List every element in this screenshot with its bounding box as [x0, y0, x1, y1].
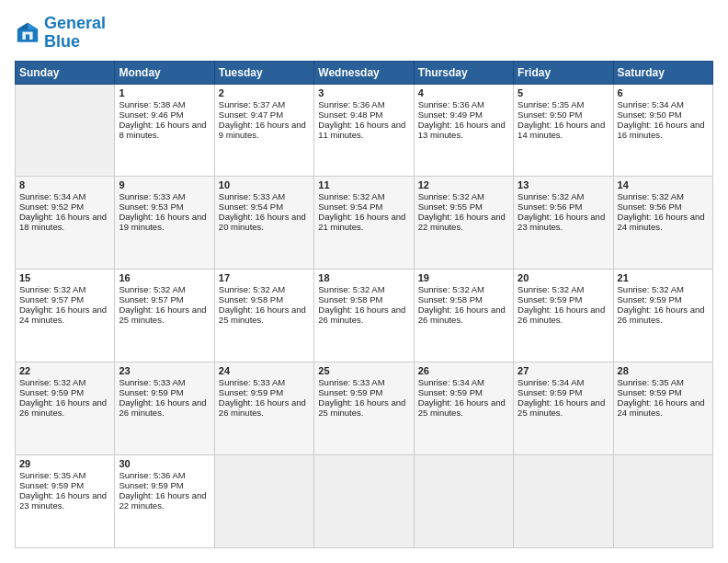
- calendar-cell-30: 30Sunrise: 5:36 AMSunset: 9:59 PMDayligh…: [115, 455, 214, 548]
- day-number: 3: [318, 87, 409, 98]
- svg-marker-1: [28, 23, 38, 29]
- day-number: 29: [19, 458, 110, 469]
- calendar-cell-20: 20Sunrise: 5:32 AMSunset: 9:59 PMDayligh…: [514, 270, 613, 362]
- day-header-friday: Friday: [514, 61, 613, 84]
- day-number: 18: [318, 272, 409, 283]
- day-number: 8: [19, 179, 110, 190]
- day-number: 16: [119, 272, 210, 283]
- day-number: 28: [618, 365, 709, 376]
- calendar-cell-14: 14Sunrise: 5:32 AMSunset: 9:56 PMDayligh…: [613, 177, 712, 270]
- calendar-week-3: 15Sunrise: 5:32 AMSunset: 9:57 PMDayligh…: [16, 270, 713, 362]
- day-header-sunday: Sunday: [16, 61, 115, 84]
- header: General Blue: [15, 15, 713, 52]
- empty-cell: [314, 455, 414, 548]
- day-number: 6: [618, 87, 709, 98]
- calendar-cell-28: 28Sunrise: 5:35 AMSunset: 9:59 PMDayligh…: [613, 362, 712, 455]
- calendar-cell-25: 25Sunrise: 5:33 AMSunset: 9:59 PMDayligh…: [314, 362, 414, 455]
- day-number: 22: [19, 365, 110, 376]
- calendar-cell-12: 12Sunrise: 5:32 AMSunset: 9:55 PMDayligh…: [414, 177, 513, 270]
- page: General Blue SundayMondayTuesdayWednesda…: [0, 0, 728, 563]
- day-number: 17: [219, 272, 310, 283]
- calendar-cell-5: 5Sunrise: 5:35 AMSunset: 9:50 PMDaylight…: [514, 84, 613, 177]
- calendar-cell-10: 10Sunrise: 5:33 AMSunset: 9:54 PMDayligh…: [214, 177, 313, 270]
- calendar-week-2: 8Sunrise: 5:34 AMSunset: 9:52 PMDaylight…: [16, 177, 713, 270]
- svg-marker-2: [17, 23, 28, 29]
- svg-rect-4: [26, 34, 29, 40]
- day-number: 21: [618, 272, 709, 283]
- calendar-week-4: 22Sunrise: 5:32 AMSunset: 9:59 PMDayligh…: [16, 362, 713, 455]
- day-number: 26: [418, 365, 509, 376]
- empty-cell: [16, 84, 115, 177]
- calendar-cell-16: 16Sunrise: 5:32 AMSunset: 9:57 PMDayligh…: [115, 270, 214, 362]
- calendar-week-1: 1Sunrise: 5:38 AMSunset: 9:46 PMDaylight…: [16, 84, 713, 177]
- day-number: 19: [418, 272, 509, 283]
- day-header-monday: Monday: [115, 61, 214, 84]
- day-number: 15: [19, 272, 110, 283]
- day-number: 30: [119, 458, 210, 469]
- calendar-cell-17: 17Sunrise: 5:32 AMSunset: 9:58 PMDayligh…: [214, 270, 313, 362]
- calendar-cell-6: 6Sunrise: 5:34 AMSunset: 9:50 PMDaylight…: [613, 84, 712, 177]
- calendar-cell-23: 23Sunrise: 5:33 AMSunset: 9:59 PMDayligh…: [115, 362, 214, 455]
- empty-cell: [514, 455, 613, 548]
- day-number: 23: [119, 365, 210, 376]
- day-number: 12: [418, 179, 509, 190]
- calendar-cell-15: 15Sunrise: 5:32 AMSunset: 9:57 PMDayligh…: [16, 270, 115, 362]
- calendar-cell-1: 1Sunrise: 5:38 AMSunset: 9:46 PMDaylight…: [115, 84, 214, 177]
- calendar-cell-26: 26Sunrise: 5:34 AMSunset: 9:59 PMDayligh…: [414, 362, 513, 455]
- calendar: SundayMondayTuesdayWednesdayThursdayFrid…: [15, 61, 713, 548]
- calendar-cell-2: 2Sunrise: 5:37 AMSunset: 9:47 PMDaylight…: [214, 84, 313, 177]
- day-number: 14: [618, 179, 709, 190]
- calendar-cell-24: 24Sunrise: 5:33 AMSunset: 9:59 PMDayligh…: [214, 362, 313, 455]
- calendar-week-5: 29Sunrise: 5:35 AMSunset: 9:59 PMDayligh…: [16, 455, 713, 548]
- calendar-cell-13: 13Sunrise: 5:32 AMSunset: 9:56 PMDayligh…: [514, 177, 613, 270]
- day-number: 20: [518, 272, 609, 283]
- day-header-thursday: Thursday: [414, 61, 513, 84]
- empty-cell: [214, 455, 313, 548]
- day-number: 4: [418, 87, 509, 98]
- calendar-cell-21: 21Sunrise: 5:32 AMSunset: 9:59 PMDayligh…: [613, 270, 712, 362]
- calendar-cell-29: 29Sunrise: 5:35 AMSunset: 9:59 PMDayligh…: [16, 455, 115, 548]
- calendar-cell-8: 8Sunrise: 5:34 AMSunset: 9:52 PMDaylight…: [16, 177, 115, 270]
- empty-cell: [414, 455, 513, 548]
- day-number: 24: [219, 365, 310, 376]
- day-number: 25: [318, 365, 409, 376]
- empty-cell: [613, 455, 712, 548]
- logo-text: General Blue: [44, 15, 106, 52]
- day-header-tuesday: Tuesday: [214, 61, 313, 84]
- day-number: 13: [518, 179, 609, 190]
- day-header-wednesday: Wednesday: [314, 61, 414, 84]
- day-number: 1: [119, 87, 210, 98]
- day-number: 11: [318, 179, 409, 190]
- calendar-cell-27: 27Sunrise: 5:34 AMSunset: 9:59 PMDayligh…: [514, 362, 613, 455]
- day-number: 10: [219, 179, 310, 190]
- calendar-cell-18: 18Sunrise: 5:32 AMSunset: 9:58 PMDayligh…: [314, 270, 414, 362]
- day-number: 9: [119, 179, 210, 190]
- calendar-header-row: SundayMondayTuesdayWednesdayThursdayFrid…: [16, 61, 713, 84]
- logo-icon: [15, 20, 40, 46]
- day-number: 27: [518, 365, 609, 376]
- calendar-cell-4: 4Sunrise: 5:36 AMSunset: 9:49 PMDaylight…: [414, 84, 513, 177]
- logo: General Blue: [15, 15, 106, 52]
- day-number: 5: [518, 87, 609, 98]
- calendar-cell-19: 19Sunrise: 5:32 AMSunset: 9:58 PMDayligh…: [414, 270, 513, 362]
- calendar-cell-9: 9Sunrise: 5:33 AMSunset: 9:53 PMDaylight…: [115, 177, 214, 270]
- calendar-cell-3: 3Sunrise: 5:36 AMSunset: 9:48 PMDaylight…: [314, 84, 414, 177]
- day-number: 2: [219, 87, 310, 98]
- day-header-saturday: Saturday: [613, 61, 712, 84]
- calendar-cell-11: 11Sunrise: 5:32 AMSunset: 9:54 PMDayligh…: [314, 177, 414, 270]
- calendar-cell-22: 22Sunrise: 5:32 AMSunset: 9:59 PMDayligh…: [16, 362, 115, 455]
